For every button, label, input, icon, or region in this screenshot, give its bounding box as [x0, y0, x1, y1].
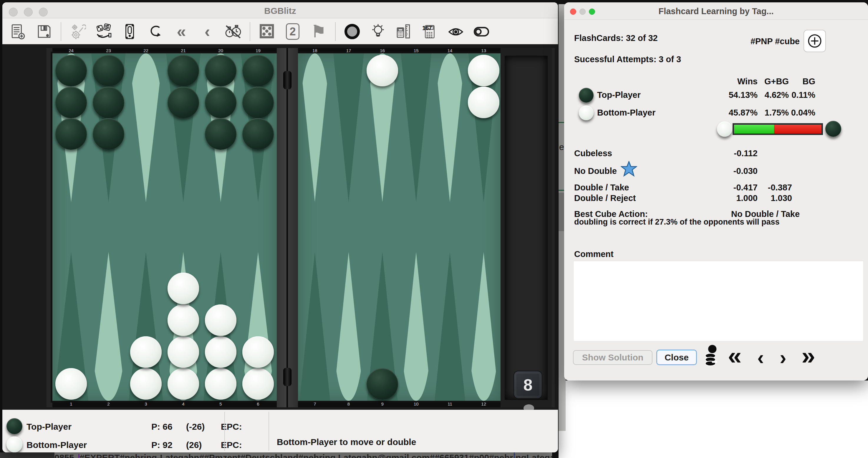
col-header-wins: Wins — [722, 77, 757, 86]
flag-icon[interactable]: ⚑ — [309, 22, 328, 41]
checker-dark-point-19[interactable] — [242, 118, 274, 150]
statusbar-separator — [269, 412, 269, 451]
checker-dark-point-19[interactable] — [242, 55, 274, 86]
back-icon[interactable]: ‹ — [198, 22, 217, 41]
analysis-icon[interactable] — [395, 22, 413, 41]
settings-icon[interactable] — [68, 22, 87, 41]
bottom-player-label: Bottom-Player — [597, 108, 655, 118]
tags-label: #PNP #cube — [750, 36, 800, 46]
checker-icon[interactable] — [343, 22, 362, 41]
hint-icon[interactable] — [369, 22, 388, 41]
checker-light-point-5[interactable] — [205, 368, 237, 400]
no-clock-icon[interactable] — [224, 22, 243, 41]
checker-light-point-4[interactable] — [167, 368, 199, 400]
checker-dark-point-23[interactable] — [93, 118, 124, 150]
flashcard-window: Flashcard Learning by Tag... FlashCards:… — [564, 2, 868, 380]
point-number-21: 21 — [181, 48, 186, 53]
text-caret — [514, 452, 515, 458]
checker-dark-point-23[interactable] — [93, 87, 124, 118]
checker-dark-point-20[interactable] — [205, 87, 237, 118]
backgammon-board[interactable]: 8 24232221201918171615141312345678910111… — [2, 44, 558, 410]
checker-dark-point-21[interactable] — [167, 55, 199, 86]
checker-light-point-6[interactable] — [242, 336, 274, 368]
bottom-player-bg: 0.04% — [790, 108, 815, 118]
comment-input[interactable] — [573, 261, 864, 341]
double-take-label: Double / Take — [574, 183, 629, 193]
checker-light-point-3[interactable] — [130, 336, 162, 368]
eye-icon[interactable] — [446, 22, 465, 41]
bottom-player-pipcount: P: 92(26)EPC: — [151, 440, 242, 450]
save-icon[interactable] — [35, 22, 54, 41]
bgblitz-titlebar[interactable]: BGBlitz — [2, 2, 558, 18]
checker-dark-point-23[interactable] — [93, 55, 124, 86]
checker-light-point-5[interactable] — [205, 336, 237, 368]
point-number-19: 19 — [255, 48, 260, 53]
point-number-6: 6 — [257, 401, 259, 406]
checker-dark-point-20[interactable] — [205, 118, 237, 150]
tray-inner — [505, 56, 548, 400]
checker-dark-point-24[interactable] — [55, 118, 87, 150]
checker-light-point-3[interactable] — [130, 368, 162, 400]
no-double-value: -0.030 — [722, 166, 757, 176]
point-number-17: 17 — [346, 48, 351, 53]
checker-light-point-6[interactable] — [242, 368, 274, 400]
statusbar-separator — [224, 412, 225, 451]
flashcard-titlebar[interactable]: Flashcard Learning by Tag... — [564, 2, 868, 20]
show-solution-button[interactable]: Show Solution — [573, 350, 652, 365]
bottom-player-gbg: 1.75% — [761, 108, 789, 118]
bottom-player-wins: 45.87% — [722, 108, 757, 118]
checker-dark-point-20[interactable] — [205, 55, 237, 86]
checker-light-point-5[interactable] — [205, 305, 237, 336]
pipcount-icon[interactable]: 167 — [421, 22, 439, 41]
checker-dark-point-9[interactable] — [367, 368, 398, 400]
checker-light-point-1[interactable] — [55, 368, 87, 400]
doubling-cube[interactable]: 8 — [514, 371, 542, 399]
point-number-2: 2 — [107, 401, 110, 406]
checker-dark-point-19[interactable] — [242, 87, 274, 118]
point-numbers-bottom-right — [298, 401, 500, 407]
close-button[interactable]: Close — [656, 349, 697, 365]
checker-stack-icon[interactable] — [702, 344, 721, 367]
point-number-4: 4 — [182, 401, 184, 406]
first-card-button[interactable]: « — [728, 344, 742, 368]
add-tag-button[interactable] — [804, 30, 826, 52]
board-frame — [46, 48, 53, 407]
checker-light-point-4[interactable] — [167, 273, 199, 304]
point-number-24: 24 — [69, 48, 73, 53]
checker-dark-point-24[interactable] — [55, 87, 87, 118]
last-card-button[interactable]: » — [802, 344, 815, 368]
dice-icon[interactable]: ⚄ — [257, 22, 276, 41]
double-reject-value2: 1.030 — [761, 193, 792, 203]
top-player-wins: 54.13% — [722, 90, 757, 100]
point-number-15: 15 — [414, 48, 419, 53]
desktop: e 0855#EXPERT#nehring-Lategahn##Pmzent#D… — [0, 0, 868, 458]
point-number-18: 18 — [312, 48, 317, 53]
checker-light-point-13[interactable] — [468, 87, 499, 118]
point-number-11: 11 — [447, 401, 452, 406]
doubling-note: doubling is correct if 27.3% of the oppo… — [574, 218, 780, 227]
double-reject-label: Double / Reject — [574, 193, 636, 203]
point-number-23: 23 — [106, 48, 111, 53]
cubeless-label: Cubeless — [574, 148, 612, 158]
checker-dark-point-21[interactable] — [167, 87, 199, 118]
point-number-20: 20 — [218, 48, 223, 53]
background-dark-corner — [0, 452, 55, 458]
top-player-gbg: 4.62% — [761, 90, 789, 100]
checker-dark-point-24[interactable] — [55, 55, 87, 86]
bar-left-checker-icon — [717, 121, 732, 137]
checker-light-point-4[interactable] — [167, 305, 199, 336]
undo-icon[interactable] — [146, 22, 165, 41]
checker-light-point-16[interactable] — [367, 55, 398, 86]
next-card-button[interactable]: › — [780, 345, 786, 370]
switch-panel-icon[interactable] — [120, 22, 139, 41]
new-icon[interactable] — [9, 22, 28, 41]
checker-light-point-13[interactable] — [468, 55, 499, 86]
toggle-icon[interactable] — [472, 22, 491, 41]
hinge-knob — [283, 71, 291, 89]
roll-dice-icon[interactable] — [94, 22, 113, 41]
bottom-player-checker-icon — [579, 106, 594, 120]
fast-back-icon[interactable]: « — [172, 22, 191, 41]
previous-card-button[interactable]: ‹ — [757, 345, 764, 370]
double-cube-icon[interactable]: 2 — [283, 22, 302, 41]
checker-light-point-4[interactable] — [167, 336, 199, 368]
